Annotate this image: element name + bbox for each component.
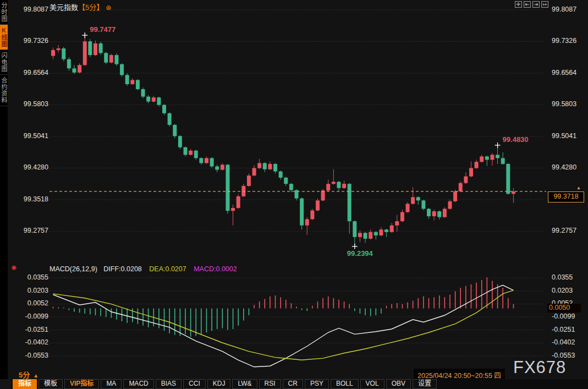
- period-selector[interactable]: 5分▲: [19, 369, 39, 380]
- toolbar-tab-BOLL[interactable]: BOLL: [331, 379, 359, 389]
- toolbar-tab-CCI[interactable]: CCI: [183, 379, 206, 389]
- macd-dea-label: DEA:0.0207: [149, 265, 186, 273]
- sidebar-tab-分时图[interactable]: 分时图: [0, 0, 8, 25]
- price-annotation: 99.2394: [347, 249, 373, 257]
- macd-tick-right: 0.0203: [552, 287, 573, 294]
- toolbar-tab-指标[interactable]: 指标: [13, 379, 37, 389]
- price-tick-left: 99.7326: [20, 37, 48, 45]
- toolbar-tab-KDJ[interactable]: KDJ: [207, 379, 231, 389]
- toolbar-tab-CR[interactable]: CR: [283, 379, 303, 389]
- fx678-watermark: FX678: [513, 358, 566, 377]
- price-tick-right: 99.6564: [552, 69, 576, 76]
- price-tick-right: 99.5803: [552, 100, 576, 108]
- macd-tick-right: -0.0251: [552, 326, 575, 333]
- toolbar-tab-VIP指标[interactable]: VIP指标: [64, 379, 99, 389]
- price-tick-left: 99.8087: [20, 6, 48, 13]
- macd-macd-label: MACD:0.0002: [194, 265, 237, 273]
- toolbar-tab-PSY[interactable]: PSY: [305, 379, 329, 389]
- trading-app-window: 99.747799.239499.4830 分时图K线图闪电图合约资料 美元指数…: [0, 0, 588, 389]
- macd-tick-left: 0.0052: [17, 299, 48, 307]
- price-tick-left: 99.5041: [20, 132, 48, 140]
- pan-icon[interactable]: ✛: [515, 1, 522, 8]
- macd-header: MACD(26,12,9) DIFF:0.0208 DEA:0.0207 MAC…: [50, 265, 237, 273]
- chart-title: 美元指数【5分】⊕: [50, 2, 111, 12]
- price-tick-right: 99.7326: [552, 37, 576, 45]
- chart-canvas[interactable]: 99.747799.239499.4830: [0, 0, 588, 389]
- indicator-hot-icon[interactable]: ✺: [11, 264, 17, 272]
- macd-tick-left: -0.0251: [17, 326, 48, 333]
- toolbar-tab-VOL[interactable]: VOL: [360, 379, 384, 389]
- chart-scale-toolbar: ✛⇤⇥↦: [515, 1, 548, 8]
- macd-tick-left: -0.0553: [17, 352, 48, 359]
- toolbar-tab-OBV[interactable]: OBV: [386, 379, 411, 389]
- scale-right-axis-icon[interactable]: ⇥: [532, 1, 540, 8]
- period-arrow-icon: ▲: [33, 372, 39, 379]
- price-tick-left: 99.5803: [20, 100, 48, 108]
- toolbar-tab-模板[interactable]: 模板: [39, 379, 63, 389]
- price-annotation: 99.7477: [90, 25, 116, 34]
- macd-tick-left: 0.0203: [17, 287, 48, 294]
- toolbar-tab-设置[interactable]: 设置: [413, 379, 437, 389]
- macd-tick-left: 0.0355: [17, 273, 48, 281]
- toolbar-tab-MA[interactable]: MA: [101, 379, 122, 389]
- indicator-toolbar: 指标模板VIP指标MAMACDBIASCCIKDJLW&RSICRPSYBOLL…: [0, 379, 588, 389]
- macd-tick-right: 0.0355: [552, 273, 573, 281]
- toolbar-tab-BIAS[interactable]: BIAS: [156, 379, 182, 389]
- sidebar-tab-合约资料[interactable]: 合约资料: [0, 75, 8, 106]
- price-tick-left: 99.4280: [20, 163, 48, 171]
- macd-current-value-label: 0.0050: [547, 304, 581, 313]
- left-sidebar: 分时图K线图闪电图合约资料: [0, 0, 8, 389]
- toolbar-tab-RSI[interactable]: RSI: [259, 379, 281, 389]
- period-tag: 【5分】: [78, 3, 103, 12]
- toolbar-corner: [0, 379, 11, 389]
- price-tick-right: 99.4280: [552, 163, 576, 171]
- macd-tick-left: -0.0099: [17, 313, 48, 320]
- macd-params-label: MACD(26,12,9): [50, 265, 97, 273]
- macd-diff-label: DIFF:0.0208: [103, 265, 141, 273]
- period-label: 5分: [19, 371, 30, 379]
- price-annotation: 99.4830: [503, 135, 529, 144]
- price-tick-right: 99.5041: [552, 132, 576, 140]
- price-tick-left: 99.6564: [20, 69, 48, 76]
- scale-left-axis-icon[interactable]: ⇤: [524, 1, 531, 8]
- last-price-label: 99.3718: [548, 191, 584, 202]
- symbol-name: 美元指数: [50, 3, 78, 12]
- price-tick-right: 99.2757: [552, 227, 576, 234]
- macd-tick-right: -0.0099: [552, 313, 575, 320]
- toolbar-tab-LW&[interactable]: LW&: [232, 379, 257, 389]
- sidebar-tab-K线图[interactable]: K线图: [0, 25, 8, 50]
- macd-tick-left: -0.0402: [17, 338, 48, 346]
- price-tick-left: 99.3518: [20, 195, 48, 203]
- price-tick-left: 99.2757: [20, 227, 48, 234]
- macd-tick-right: -0.0402: [552, 338, 575, 346]
- toolbar-tab-MACD[interactable]: MACD: [123, 379, 153, 389]
- add-indicator-icon[interactable]: ⊕: [106, 4, 111, 12]
- last-price-arrow-icon: ▲: [576, 185, 581, 190]
- reset-view-icon[interactable]: ↦: [541, 1, 548, 8]
- sidebar-tab-闪电图[interactable]: 闪电图: [0, 50, 8, 75]
- price-tick-right: 99.8087: [552, 6, 576, 13]
